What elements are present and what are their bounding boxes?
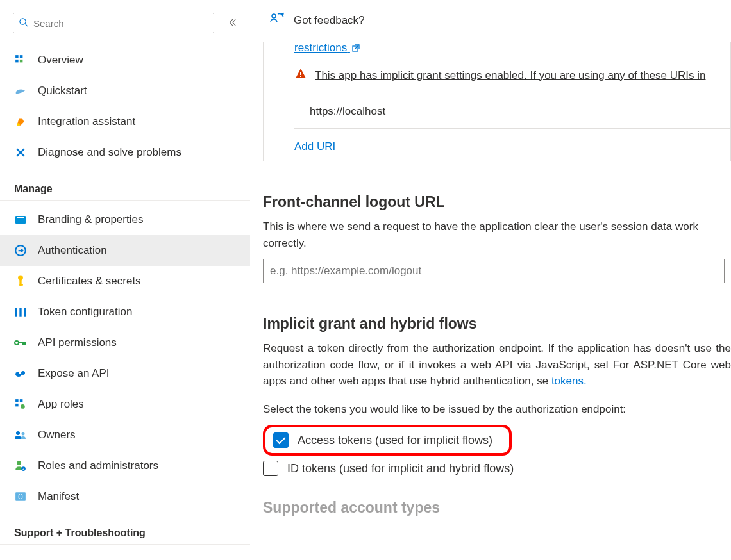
svg-rect-25 (15, 399, 19, 402)
svg-point-0 (20, 19, 26, 24)
svg-point-6 (17, 123, 20, 126)
svg-rect-4 (15, 60, 19, 63)
roles-admins-icon: + (14, 459, 27, 472)
search-icon (19, 17, 28, 29)
warning-icon (294, 67, 307, 83)
expose-api-icon (14, 367, 27, 380)
svg-rect-26 (20, 399, 23, 402)
svg-text:+: + (22, 467, 24, 471)
implicit-title: Implicit grant and hybrid flows (263, 315, 731, 333)
token-config-icon (14, 306, 27, 318)
svg-rect-5 (20, 60, 23, 63)
sidebar-item-roles-admins[interactable]: + Roles and administrators (0, 450, 250, 481)
svg-rect-10 (17, 217, 24, 218)
collapse-sidebar-icon[interactable] (228, 18, 237, 29)
sidebar-item-certificates[interactable]: Certificates & secrets (0, 266, 250, 297)
svg-rect-27 (15, 404, 19, 407)
svg-rect-9 (15, 216, 26, 224)
search-input[interactable] (32, 17, 208, 29)
select-tokens-text: Select the tokens you would like to be i… (263, 401, 731, 418)
diagnose-icon (14, 146, 27, 159)
svg-text:{}: {} (17, 493, 24, 500)
svg-point-31 (17, 461, 21, 465)
manifest-icon: {} (14, 490, 27, 503)
warning-text[interactable]: This app has implicit grant settings ena… (315, 69, 706, 82)
sidebar-item-app-roles[interactable]: App roles (0, 389, 250, 420)
svg-point-24 (19, 372, 21, 374)
sidebar-item-manifest[interactable]: {} Manifest (0, 481, 250, 512)
support-header: Support + Troubleshooting (0, 517, 250, 545)
svg-rect-39 (300, 72, 301, 75)
sidebar-item-label: Branding & properties (38, 213, 143, 226)
sidebar-item-label: Diagnose and solve problems (38, 146, 181, 159)
sidebar-item-label: Authentication (38, 244, 107, 257)
front-channel-section: Front-channel logout URL This is where w… (263, 194, 731, 283)
id-tokens-label: ID tokens (used for implicit and hybrid … (287, 462, 514, 475)
id-tokens-checkbox[interactable] (263, 461, 278, 476)
svg-line-1 (25, 24, 28, 26)
sidebar-item-expose-api[interactable]: Expose an API (0, 358, 250, 389)
sidebar-item-label: Expose an API (38, 367, 110, 380)
sidebar-item-token-config[interactable]: Token configuration (0, 297, 250, 327)
svg-point-28 (21, 404, 25, 409)
sidebar-item-overview[interactable]: Overview (0, 45, 250, 76)
manage-header: Manage (0, 173, 250, 201)
feedback-icon (269, 12, 285, 29)
svg-point-30 (22, 432, 25, 436)
svg-rect-40 (300, 76, 301, 77)
svg-point-36 (272, 14, 276, 18)
sidebar-item-label: Certificates & secrets (38, 275, 141, 288)
front-channel-title: Front-channel logout URL (263, 194, 731, 211)
logout-url-input[interactable] (263, 259, 725, 283)
svg-rect-3 (20, 55, 23, 58)
overview-icon (14, 54, 27, 67)
access-tokens-checkbox[interactable] (273, 432, 289, 448)
svg-line-38 (355, 45, 359, 49)
app-roles-icon (14, 398, 27, 411)
svg-rect-14 (19, 284, 23, 285)
svg-point-22 (15, 372, 22, 377)
quickstart-icon (14, 85, 27, 97)
sidebar-item-label: Owners (38, 429, 76, 441)
sidebar-item-label: API permissions (38, 336, 117, 349)
sidebar-item-quickstart[interactable]: Quickstart (0, 76, 250, 106)
sidebar-item-diagnose[interactable]: Diagnose and solve problems (0, 137, 250, 168)
svg-point-29 (16, 431, 20, 435)
add-uri-link[interactable]: Add URI (294, 140, 730, 153)
sidebar-item-api-permissions[interactable]: API permissions (0, 327, 250, 358)
sidebar-item-label: App roles (38, 398, 84, 411)
integration-icon (14, 115, 27, 128)
search-input-wrapper[interactable] (13, 13, 214, 33)
restrictions-link[interactable]: restrictions (294, 42, 360, 54)
sidebar-item-label: Quickstart (38, 85, 87, 97)
redirect-uri-value[interactable]: https://localhost (294, 86, 730, 129)
supported-account-types-title: Supported account types (263, 499, 731, 516)
sidebar-item-authentication[interactable]: Authentication (0, 235, 250, 266)
sidebar-item-label: Integration assistant (38, 115, 135, 128)
implicit-grant-section: Implicit grant and hybrid flows Request … (263, 315, 731, 476)
sidebar-item-label: Manifest (38, 490, 79, 503)
branding-icon (14, 213, 27, 226)
api-permissions-icon (14, 336, 27, 349)
svg-point-23 (21, 371, 25, 375)
svg-rect-2 (15, 55, 19, 58)
owners-icon (14, 429, 27, 441)
certificates-icon (14, 275, 27, 288)
sidebar-item-owners[interactable]: Owners (0, 420, 250, 450)
authentication-icon (14, 244, 27, 257)
feedback-link[interactable]: Got feedback? (250, 12, 731, 42)
front-channel-desc: This is where we send a request to have … (263, 218, 731, 251)
sidebar-item-branding[interactable]: Branding & properties (0, 204, 250, 235)
access-tokens-label: Access tokens (used for implicit flows) (298, 434, 492, 447)
sidebar-item-label: Token configuration (38, 306, 132, 318)
tokens-link[interactable]: tokens. (551, 375, 587, 387)
highlight-annotation: Access tokens (used for implicit flows) (263, 425, 512, 456)
feedback-label: Got feedback? (294, 14, 365, 27)
implicit-desc: Request a token directly from the author… (263, 342, 731, 387)
sidebar-item-integration[interactable]: Integration assistant (0, 106, 250, 137)
svg-point-18 (15, 341, 19, 345)
redirect-uri-card: restrictions This app has implicit grant… (263, 42, 731, 161)
sidebar-item-label: Overview (38, 54, 83, 67)
sidebar-item-label: Roles and administrators (38, 459, 158, 472)
